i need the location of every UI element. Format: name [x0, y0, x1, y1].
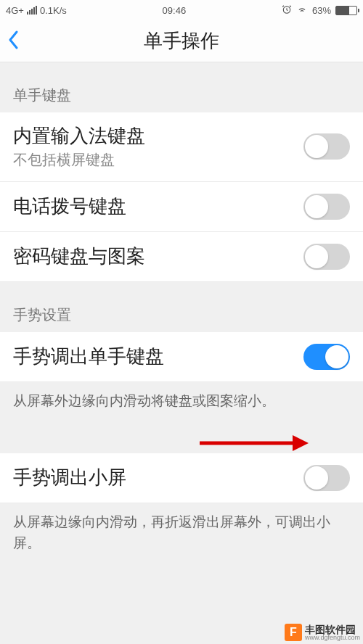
section-header-gesture: 手势设置 [0, 282, 363, 332]
toggle-password-keyboard[interactable] [303, 244, 350, 270]
row-gesture-smallscreen[interactable]: 手势调出小屏 [0, 453, 363, 503]
speed-label: 0.1K/s [40, 5, 67, 16]
section-header-keyboard: 单手键盘 [0, 62, 363, 112]
row-title: 内置输入法键盘 [13, 124, 303, 149]
toggle-dialer-keyboard[interactable] [303, 194, 350, 220]
watermark-url: www.dgfengtu.com [305, 635, 360, 641]
toggle-builtin-keyboard[interactable] [303, 133, 350, 160]
row-gesture-keyboard[interactable]: 手势调出单手键盘 [0, 332, 363, 382]
row-password-keyboard[interactable]: 密码键盘与图案 [0, 232, 363, 282]
time-label: 09:46 [163, 5, 187, 16]
toggle-gesture-smallscreen[interactable] [303, 465, 350, 491]
header: 单手操作 [0, 20, 363, 62]
wifi-icon [296, 4, 308, 17]
row-title: 电话拨号键盘 [13, 194, 303, 219]
row-subtitle: 不包括横屏键盘 [13, 150, 303, 170]
row-desc-gesture-smallscreen: 从屏幕边缘向内滑动，再折返滑出屏幕外，可调出小屏。 [0, 503, 363, 566]
back-button[interactable] [7, 29, 20, 54]
page-title: 单手操作 [0, 28, 363, 54]
alarm-icon [282, 4, 292, 17]
watermark-name: 丰图软件园 [305, 624, 360, 635]
row-builtin-keyboard[interactable]: 内置输入法键盘 不包括横屏键盘 [0, 112, 363, 182]
network-label: 4G+ [6, 5, 24, 16]
battery-icon [335, 6, 357, 15]
row-desc-gesture-keyboard: 从屏幕外边缘向内滑动将键盘或图案缩小。 [0, 382, 363, 425]
watermark-logo: F [285, 624, 302, 641]
row-title: 手势调出单手键盘 [13, 344, 303, 369]
signal-icon [27, 6, 37, 15]
watermark: F 丰图软件园 www.dgfengtu.com [285, 624, 360, 641]
status-bar: 4G+ 0.1K/s 09:46 63% [0, 0, 363, 20]
row-title: 密码键盘与图案 [13, 244, 303, 269]
row-title: 手势调出小屏 [13, 466, 303, 490]
battery-pct: 63% [312, 5, 331, 16]
toggle-gesture-keyboard[interactable] [303, 344, 350, 370]
row-dialer-keyboard[interactable]: 电话拨号键盘 [0, 182, 363, 232]
